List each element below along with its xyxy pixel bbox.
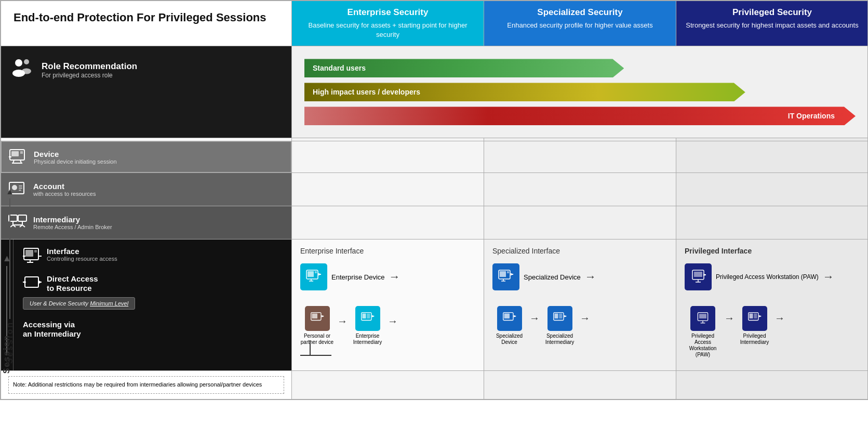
- privileged-workstation-icon: [690, 306, 715, 331]
- specialized-device-label: Specialized Device: [524, 273, 581, 281]
- direct-access-label: Direct Accessto Resource: [47, 274, 98, 293]
- privileged-device-label: Privileged Access Workstation (PAW): [716, 273, 819, 282]
- priv-arrow1: →: [724, 312, 735, 324]
- interface-icon: [23, 247, 42, 267]
- enterprise-header: Enterprise Security Baseline security fo…: [292, 1, 484, 46]
- svg-rect-61: [504, 314, 510, 319]
- enterprise-device-label: Enterprise Device: [331, 273, 385, 281]
- svg-rect-54: [500, 271, 506, 277]
- svg-rect-38: [308, 271, 314, 277]
- interface-title: Interface: [47, 247, 117, 256]
- svg-rect-55: [507, 271, 509, 273]
- svg-rect-81: [754, 314, 757, 319]
- device-enterprise-cell: [292, 141, 484, 173]
- svg-rect-27: [34, 250, 37, 252]
- svg-marker-43: [318, 273, 321, 276]
- note-cell: Session Note: Additional restrictions ma…: [1, 371, 292, 399]
- svg-rect-8: [11, 151, 19, 156]
- svg-marker-74: [703, 274, 706, 276]
- account-row-cell: Account with access to resources: [1, 173, 292, 206]
- privileged-interface-cell: Privileged Interface: [676, 239, 869, 371]
- priv-arrow2: →: [774, 312, 785, 324]
- intermediary-specialized-cell: [484, 206, 676, 239]
- svg-marker-63: [513, 315, 515, 317]
- privileged-label: Privileged Security: [682, 7, 863, 18]
- intermediary-row-cell: Intermediary Remote Access / Admin Broke…: [1, 206, 292, 239]
- device-specialized-cell: [484, 141, 676, 173]
- svg-rect-45: [312, 314, 317, 319]
- privileged-device-icon: [685, 263, 712, 290]
- interface-subtitle: Controlling resource access: [47, 256, 117, 262]
- specialized-header: Specialized Security Enhanced security p…: [484, 1, 676, 46]
- spec-arrow1: →: [529, 312, 540, 324]
- svg-line-24: [22, 225, 25, 227]
- session-label: Session: [2, 335, 11, 374]
- privileged-interface-title: Privileged Interface: [685, 247, 860, 255]
- svg-point-3: [22, 69, 31, 74]
- enterprise-intermediary-row: Personal or partner device →: [300, 306, 475, 345]
- main-title: End-to-end Protection For Privileged Ses…: [14, 10, 279, 25]
- svg-rect-80: [749, 314, 753, 319]
- svg-rect-50: [367, 314, 370, 319]
- interface-left-cell: ▲: [1, 239, 292, 371]
- note-text: Note: Additional restrictions may be req…: [13, 381, 262, 388]
- specialized-interface-cell: Specialized Interface: [484, 239, 676, 371]
- svg-rect-39: [315, 271, 317, 273]
- specialized-intermediary-label: Specialized Intermediary: [543, 333, 577, 345]
- svg-rect-65: [554, 314, 558, 319]
- min-level-text: User & Device Security: [30, 300, 90, 307]
- svg-rect-70: [694, 272, 702, 277]
- svg-rect-14: [19, 188, 22, 189]
- enterprise-device-icon: [300, 263, 327, 290]
- svg-rect-26: [25, 250, 33, 257]
- it-ops-label: IT Operations: [788, 112, 835, 120]
- svg-marker-83: [758, 315, 760, 317]
- device-privileged-cell: [676, 141, 869, 173]
- svg-marker-47: [321, 315, 323, 317]
- spec-arrow2: →: [580, 312, 590, 324]
- svg-marker-68: [564, 315, 566, 317]
- specialized-label: Specialized Security: [489, 7, 671, 18]
- accessing-via-label: Accessing viaan Intermediary: [23, 320, 284, 339]
- specialized-desc: Enhanced security profile for higher val…: [489, 21, 671, 30]
- specialized-interface-title: Specialized Interface: [492, 247, 667, 255]
- privileged-intermediary-label: Privileged Intermediary: [738, 333, 771, 345]
- svg-point-2: [24, 59, 29, 64]
- device-title: Device: [34, 150, 117, 158]
- main-title-cell: End-to-end Protection For Privileged Ses…: [1, 1, 292, 46]
- enterprise-label: Enterprise Security: [297, 7, 478, 18]
- specialized-device2-label: Specialized Device: [492, 333, 526, 345]
- intermediary-access-arrow2: →: [388, 315, 398, 327]
- svg-rect-32: [25, 277, 38, 287]
- intermediary-access-arrow1: →: [337, 315, 348, 327]
- specialized-device-icon: [492, 263, 519, 290]
- enterprise-intermediary-icon: [355, 306, 380, 331]
- svg-rect-15: [19, 190, 21, 191]
- enterprise-interface-title: Enterprise Interface: [300, 247, 475, 255]
- account-enterprise-cell: [292, 173, 484, 206]
- privileged-intermediary-row: Privileged Access Workstation (PAW) →: [685, 306, 860, 358]
- svg-point-12: [12, 185, 17, 190]
- svg-marker-36: [39, 281, 42, 284]
- svg-rect-13: [19, 185, 22, 187]
- svg-rect-49: [362, 314, 366, 319]
- high-impact-label: High impact users / developers: [313, 88, 420, 96]
- privileged-desc: Strongest security for highest impact as…: [682, 21, 863, 30]
- svg-rect-9: [20, 151, 23, 154]
- personal-device-label: Personal or partner device: [300, 333, 334, 345]
- min-level-badge: User & Device Security Minimum Level: [23, 297, 135, 310]
- arrow-bars-container: Standard users High impact users / devel…: [304, 54, 856, 130]
- role-subtitle: For privileged access role: [42, 72, 137, 79]
- svg-rect-66: [559, 314, 562, 319]
- specialized-device2-icon: [497, 306, 522, 331]
- account-icon: [8, 179, 27, 199]
- intermediary-icon: [8, 212, 27, 233]
- privileged-header: Privileged Security Strongest security f…: [676, 1, 869, 46]
- role-arrows-cell: Standard users High impact users / devel…: [292, 46, 869, 138]
- standard-users-label: Standard users: [313, 64, 366, 72]
- enterprise-intermediary-label: Enterprise Intermediary: [351, 333, 384, 345]
- standard-users-arrow: Standard users: [304, 59, 624, 77]
- svg-rect-76: [699, 314, 706, 319]
- role-recommendation-cell: Role Recommendation For privileged acces…: [1, 46, 292, 138]
- svg-line-21: [10, 225, 13, 227]
